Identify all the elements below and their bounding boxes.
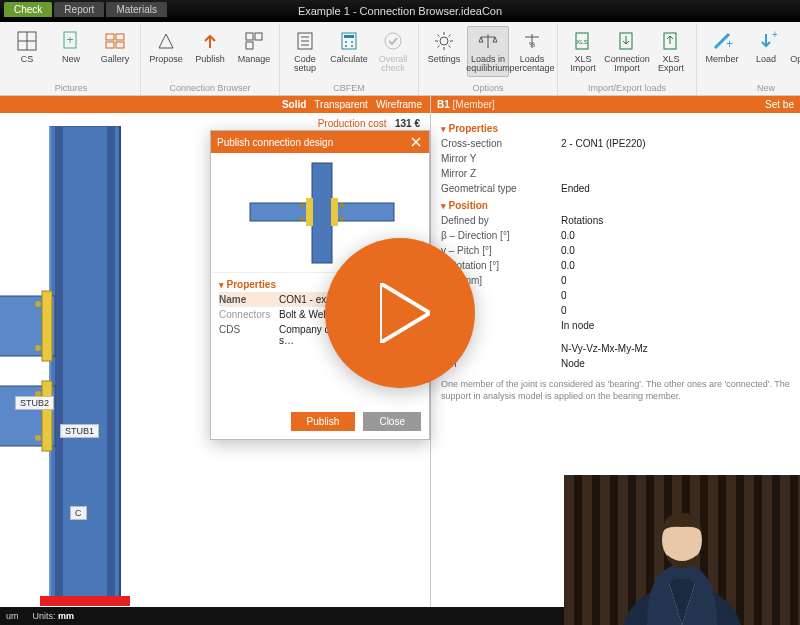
ribbon-btn-propose[interactable]: Propose xyxy=(145,26,187,67)
ribbon-group-import-export: XLSXLS Import Connection Import XLS Expo… xyxy=(558,24,697,95)
svg-line-29 xyxy=(449,46,451,48)
bearing-note: One member of the joint is considered as… xyxy=(441,379,790,402)
ribbon-btn-settings[interactable]: Settings xyxy=(423,26,465,77)
section-position[interactable]: Position xyxy=(441,200,790,211)
xls-import-icon: XLS xyxy=(571,29,595,53)
prop-row: [mm]0 xyxy=(441,288,790,303)
svg-point-20 xyxy=(345,45,347,47)
svg-rect-5 xyxy=(106,34,114,40)
svg-rect-6 xyxy=(116,34,124,40)
ribbon-btn-xls-export[interactable]: XLS Export xyxy=(650,26,692,77)
prop-row: Mirror Y xyxy=(441,151,790,166)
svg-rect-8 xyxy=(116,42,124,48)
ribbon-btn-loads-equilibrium[interactable]: Loads in equilibrium xyxy=(467,26,509,77)
svg-rect-50 xyxy=(107,126,115,606)
view-mode-wireframe[interactable]: Wireframe xyxy=(376,99,422,110)
plus-doc-icon: + xyxy=(59,29,83,53)
svg-rect-62 xyxy=(312,163,332,263)
play-icon xyxy=(380,283,430,343)
svg-point-58 xyxy=(35,435,41,441)
label-c: C xyxy=(70,506,87,520)
prop-row: Geometrical typeEnded xyxy=(441,181,790,196)
top-tabs: Check Report Materials xyxy=(4,2,167,17)
svg-rect-11 xyxy=(246,42,253,49)
svg-line-31 xyxy=(449,35,451,37)
svg-marker-71 xyxy=(380,283,430,343)
section-properties[interactable]: Properties xyxy=(441,123,790,134)
tab-check[interactable]: Check xyxy=(4,2,52,17)
gallery-icon xyxy=(103,29,127,53)
prop-row: β – Direction [°]0.0 xyxy=(441,228,790,243)
production-cost: Production cost 131 € xyxy=(318,118,420,129)
balance-icon xyxy=(476,29,500,53)
tab-report[interactable]: Report xyxy=(54,2,104,17)
svg-rect-65 xyxy=(306,198,313,226)
ribbon-btn-publish[interactable]: Publish xyxy=(189,26,231,67)
ribbon-group-pictures: CS +New Gallery Pictures xyxy=(2,24,141,95)
svg-text:+: + xyxy=(66,33,73,47)
svg-rect-49 xyxy=(55,126,63,606)
check-icon xyxy=(381,29,405,53)
ribbon: CS +New Gallery Pictures Propose Publish… xyxy=(0,22,800,96)
view-mode-transparent[interactable]: Transparent xyxy=(314,99,368,110)
code-icon xyxy=(293,29,317,53)
prop-row: [mm]0 xyxy=(441,303,790,318)
ribbon-group-connection-browser: Propose Publish Manage Connection Browse… xyxy=(141,24,280,95)
prop-row: t ex [mm]0 xyxy=(441,273,790,288)
tab-materials[interactable]: Materials xyxy=(106,2,167,17)
ribbon-btn-overall-check[interactable]: Overall check xyxy=(372,26,414,77)
close-button[interactable]: Close xyxy=(363,412,421,431)
title-bar: Check Report Materials Example 1 - Conne… xyxy=(0,0,800,22)
prop-row: s inNode xyxy=(441,356,790,371)
publish-button[interactable]: Publish xyxy=(291,412,356,431)
prop-row: Defined byRotations xyxy=(441,213,790,228)
view-mode-solid[interactable]: Solid xyxy=(282,99,306,110)
ribbon-btn-new[interactable]: +New xyxy=(50,26,92,67)
ribbon-btn-loads-percentage[interactable]: %Loads percentage xyxy=(511,26,553,77)
set-bearing-link[interactable]: Set be xyxy=(765,99,794,110)
svg-rect-53 xyxy=(42,291,52,361)
ribbon-btn-operation[interactable]: +Operation xyxy=(789,26,800,67)
ribbon-btn-load[interactable]: +Load xyxy=(745,26,787,67)
svg-point-67 xyxy=(300,203,304,207)
svg-rect-17 xyxy=(344,35,354,38)
xls-export-icon xyxy=(659,29,683,53)
manage-icon xyxy=(242,29,266,53)
svg-rect-10 xyxy=(255,33,262,40)
svg-rect-9 xyxy=(246,33,253,40)
load-icon: + xyxy=(754,29,778,53)
ribbon-group-new: +Member +Load +Operation New xyxy=(697,24,800,95)
prop-row: γ – Pitch [°]0.0 xyxy=(441,243,790,258)
ribbon-btn-code-setup[interactable]: Code setup xyxy=(284,26,326,77)
propose-icon xyxy=(154,29,178,53)
ribbon-btn-cs[interactable]: CS xyxy=(6,26,48,67)
label-stub2: STUB2 xyxy=(15,396,54,410)
svg-line-30 xyxy=(438,46,440,48)
svg-line-28 xyxy=(438,35,440,37)
svg-point-19 xyxy=(351,41,353,43)
ribbon-btn-member[interactable]: +Member xyxy=(701,26,743,67)
svg-point-69 xyxy=(340,203,344,207)
prop-row: In node xyxy=(441,318,790,333)
dialog-title-bar[interactable]: Publish connection design xyxy=(211,131,429,153)
prop-row: typeN-Vy-Vz-Mx-My-Mz xyxy=(441,341,790,356)
play-button[interactable] xyxy=(325,238,475,388)
close-icon[interactable] xyxy=(409,135,423,149)
ribbon-btn-manage[interactable]: Manage xyxy=(233,26,275,67)
ribbon-btn-xls-import[interactable]: XLSXLS Import xyxy=(562,26,604,77)
svg-rect-7 xyxy=(106,42,114,48)
ribbon-btn-gallery[interactable]: Gallery xyxy=(94,26,136,67)
svg-point-55 xyxy=(35,301,41,307)
ribbon-btn-calculate[interactable]: Calculate xyxy=(328,26,370,77)
svg-text:+: + xyxy=(726,37,733,51)
ribbon-btn-connection-import[interactable]: Connection Import xyxy=(606,26,648,77)
svg-text:%: % xyxy=(529,41,535,48)
svg-point-70 xyxy=(340,217,344,221)
svg-point-68 xyxy=(300,217,304,221)
status-units: Units: mm xyxy=(33,611,75,621)
svg-rect-66 xyxy=(331,198,338,226)
gear-icon xyxy=(432,29,456,53)
svg-point-56 xyxy=(35,345,41,351)
calc-icon xyxy=(337,29,361,53)
svg-point-21 xyxy=(351,45,353,47)
